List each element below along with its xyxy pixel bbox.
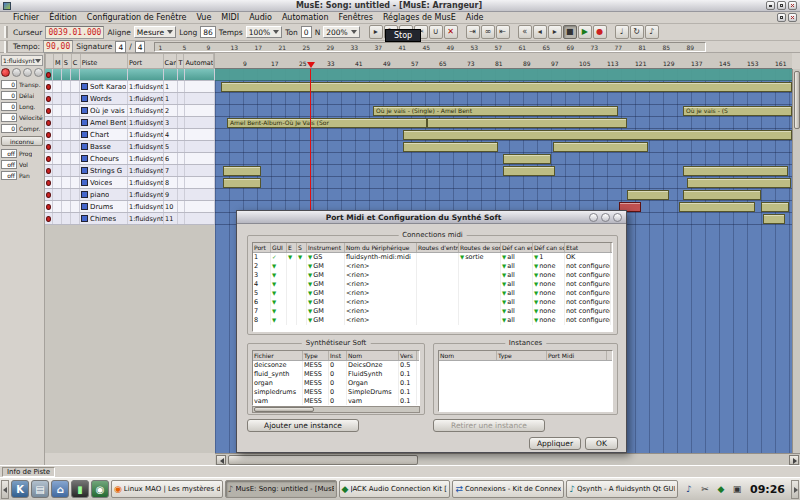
track-mute-cell[interactable] xyxy=(53,189,62,200)
remove-instance-button[interactable]: Retirer une instance xyxy=(433,419,545,432)
tracklist-column-s[interactable]: S xyxy=(63,54,72,68)
tracklist-column-port[interactable]: Port xyxy=(128,54,164,68)
part[interactable] xyxy=(679,202,755,212)
track-class-cell[interactable] xyxy=(71,213,80,224)
track-mute-cell[interactable] xyxy=(53,93,62,104)
part[interactable] xyxy=(503,166,555,176)
add-instance-button[interactable]: Ajouter une instance xyxy=(247,419,359,432)
track-class-cell[interactable] xyxy=(71,81,80,92)
goto-start-button[interactable]: « xyxy=(518,25,532,39)
mute-tool[interactable]: ✕ xyxy=(444,25,458,39)
record-indicator[interactable] xyxy=(45,177,53,188)
record-icon[interactable] xyxy=(1,68,10,77)
scroll-right-icon[interactable] xyxy=(789,455,799,465)
column-vers[interactable]: Vers xyxy=(399,351,417,360)
mdi-restore-icon[interactable] xyxy=(777,13,786,22)
tracklist-column-can[interactable]: Can xyxy=(164,54,178,68)
play-button[interactable]: ▶ xyxy=(578,25,592,39)
clock[interactable]: 09:26 xyxy=(750,483,785,496)
tracklist-column-automation[interactable]: Automation xyxy=(184,54,214,68)
column-gui[interactable]: GUI xyxy=(271,243,287,252)
part[interactable] xyxy=(683,190,761,200)
track-class-cell[interactable] xyxy=(71,105,80,116)
track-mute-cell[interactable] xyxy=(53,129,62,140)
track-port[interactable]: 1:fluidsynt xyxy=(128,93,164,104)
track-solo-cell[interactable] xyxy=(62,93,71,104)
track-channel[interactable]: 7 xyxy=(164,165,178,176)
column-fichier[interactable]: Fichier xyxy=(253,351,303,360)
jack-tray-icon[interactable]: ◆ xyxy=(714,482,728,496)
part[interactable] xyxy=(683,166,788,176)
track-solo-cell[interactable] xyxy=(62,153,71,164)
track-mute-cell[interactable] xyxy=(53,201,62,212)
track-row[interactable]: Choeurs1:fluidsynt6 xyxy=(45,153,215,165)
ok-button[interactable]: OK xyxy=(585,437,618,450)
track-class-cell[interactable] xyxy=(71,201,80,212)
signature-numerator[interactable]: 4 xyxy=(115,41,126,53)
part[interactable] xyxy=(403,142,498,152)
track-solo-cell[interactable] xyxy=(62,117,71,128)
track-solo-cell[interactable] xyxy=(62,81,71,92)
panel-hide-left-icon[interactable] xyxy=(1,480,9,499)
track-name[interactable]: Où je vais - (Singl xyxy=(80,105,128,116)
track-name[interactable]: Chart xyxy=(80,129,128,140)
display-tray-icon[interactable]: ▣ xyxy=(730,482,744,496)
menu-fichier[interactable]: Fichier xyxy=(8,12,44,23)
part[interactable] xyxy=(223,178,261,188)
track-port[interactable]: 1:fluidsynt xyxy=(128,201,164,212)
synth-list-table[interactable]: FichierTypeInstNomVersdeicsonzeMESS0Deic… xyxy=(252,350,420,406)
home-icon[interactable]: ⌂ xyxy=(51,480,69,498)
track-row[interactable]: piano1:fluidsynt9 xyxy=(45,189,215,201)
tracklist-column-rec[interactable] xyxy=(46,54,54,68)
dialog-maximize-icon[interactable] xyxy=(601,213,610,222)
part[interactable] xyxy=(223,166,261,176)
record-indicator[interactable] xyxy=(45,165,53,176)
spin-value[interactable]: off xyxy=(1,149,17,158)
table-row[interactable]: 2▼▼GM<rien>▼all▼nonenot configured xyxy=(253,262,612,271)
track-name[interactable]: Voices xyxy=(80,177,128,188)
punch-out-button[interactable]: ⇤ xyxy=(496,25,510,39)
menu-midi[interactable]: MIDI xyxy=(216,12,244,23)
menu-fenetres[interactable]: Fenêtres xyxy=(333,12,377,23)
record-indicator[interactable] xyxy=(45,189,53,200)
track-automation-cell[interactable] xyxy=(185,189,215,200)
table-row[interactable]: simpledrumsMESS0SimpleDrums0.1 xyxy=(253,388,419,397)
sync-button[interactable]: ↻ xyxy=(630,25,644,39)
track-mute-cell[interactable] xyxy=(53,105,62,116)
part[interactable] xyxy=(763,214,785,224)
track-mute-cell[interactable] xyxy=(53,153,62,164)
table-row[interactable]: vamMESS0vam0.1 xyxy=(253,397,419,406)
record-indicator[interactable] xyxy=(45,93,53,104)
pitch-spinbox[interactable]: 0 xyxy=(301,26,312,38)
part[interactable] xyxy=(553,142,648,152)
snap-combo[interactable]: Mesure xyxy=(134,26,176,38)
track-automation-cell[interactable] xyxy=(185,117,215,128)
track-class-cell[interactable] xyxy=(71,117,80,128)
table-row[interactable]: organMESS0Organ0.1 xyxy=(253,379,419,388)
part[interactable] xyxy=(627,190,669,200)
track-solo-cell[interactable] xyxy=(62,141,71,152)
track-mute-cell[interactable] xyxy=(53,177,62,188)
spin-value[interactable]: 0 xyxy=(1,113,17,122)
record-indicator[interactable] xyxy=(45,117,53,128)
track-mute-cell[interactable] xyxy=(53,69,62,80)
track-class-cell[interactable] xyxy=(71,177,80,188)
tracklist-column-m[interactable]: M xyxy=(54,54,63,68)
table-row[interactable]: 8▼▼GM<rien>▼all▼nonenot configured xyxy=(253,316,612,325)
track-port[interactable]: 1:fluidsynt xyxy=(128,213,164,224)
synth-table-scrollbar[interactable] xyxy=(252,406,420,413)
taskbar-task-qsynth[interactable]: ♪Qsynth - A fluidsynth Qt GUI Int... xyxy=(566,480,678,498)
table-row[interactable]: deicsonzeMESS0DeicsOnze0.5 xyxy=(253,361,419,370)
tracklist-column-piste[interactable]: Piste xyxy=(81,54,128,68)
track-port[interactable]: 1:fluidsynt xyxy=(128,141,164,152)
track-channel[interactable]: 10 xyxy=(164,201,178,212)
dialog-minimize-icon[interactable] xyxy=(589,213,598,222)
track-channel[interactable]: 11 xyxy=(164,213,178,224)
track-row[interactable]: Où je vais - (Singl1:fluidsynt2 xyxy=(45,105,215,117)
menu-automation[interactable]: Automation xyxy=(277,12,334,23)
track-port[interactable]: 1:fluidsynt xyxy=(128,153,164,164)
track-row[interactable]: Chimes1:fluidsynt11 xyxy=(45,213,215,225)
scrollbar-thumb[interactable] xyxy=(228,455,418,465)
track-name[interactable]: Choeurs xyxy=(80,153,128,164)
track-name[interactable]: Words xyxy=(80,93,128,104)
